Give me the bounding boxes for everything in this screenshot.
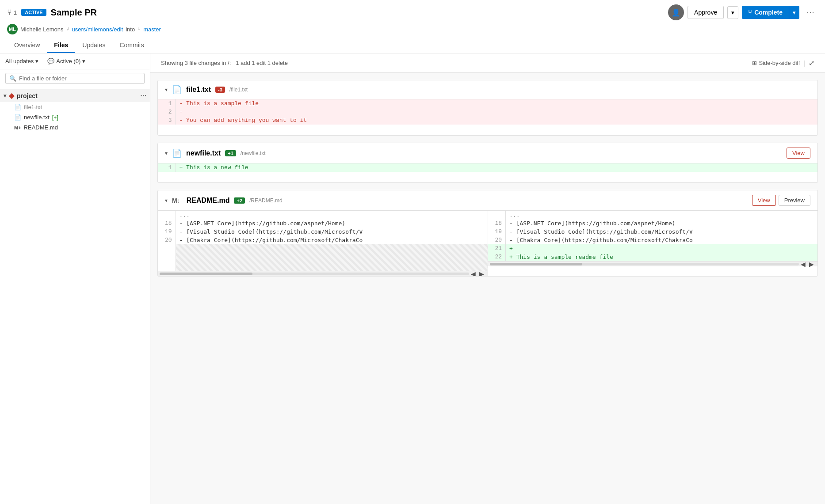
readme-collapse-chevron[interactable]: ▾ — [165, 197, 168, 204]
line-num: 20 — [158, 236, 176, 244]
file-item-newfile[interactable]: 📄 newfile.txt [+] — [0, 112, 150, 122]
complete-fork-icon: ⑂ — [748, 9, 752, 16]
left-scroll-arrow-left[interactable]: ◀ — [469, 270, 477, 277]
tab-commits[interactable]: Commits — [112, 38, 151, 53]
pr-icon-area: ⑂ 1 — [7, 8, 17, 17]
table-row: 22 + This is a sample readme file — [488, 253, 818, 261]
file-item-readme[interactable]: M+ README.md — [0, 122, 150, 133]
line-num — [488, 211, 506, 219]
hatch-cell — [176, 244, 488, 271]
divider: | — [803, 60, 805, 67]
table-row: 1 - This is a sample file — [158, 99, 817, 108]
line-num: 20 — [488, 236, 506, 244]
comments-filter[interactable]: 💬 Active (0) ▾ — [47, 58, 85, 64]
more-options-button[interactable]: ⋯ — [803, 5, 818, 20]
folder-more-icon[interactable]: ⋯ — [140, 92, 146, 99]
all-updates-filter[interactable]: All updates ▾ — [5, 58, 38, 64]
right-scrollbar[interactable]: ◀ ▶ — [488, 261, 818, 266]
line-num — [158, 211, 176, 219]
tab-overview[interactable]: Overview — [7, 38, 47, 53]
diff-cell: + — [506, 244, 818, 253]
readme-path: /README.md — [249, 197, 283, 204]
complete-button[interactable]: ⑂ Complete — [742, 6, 789, 19]
readme-view-button[interactable]: View — [752, 195, 776, 206]
line-num: 1 — [158, 163, 176, 172]
expand-button[interactable]: ⤢ — [809, 59, 814, 67]
left-scrollbar-thumb — [160, 273, 252, 275]
pr-number: 1 — [14, 9, 17, 16]
file1-spacer — [158, 125, 817, 135]
tab-files[interactable]: Files — [47, 38, 75, 53]
table-row: 18 - [ASP.NET Core](https://github.com/a… — [488, 219, 818, 227]
table-row: 3 - You can add anything you want to it — [158, 116, 817, 125]
readme-md-icon: M↓ — [172, 197, 180, 204]
side-by-side-label: Side-by-side diff — [759, 60, 800, 66]
search-input[interactable] — [19, 75, 141, 82]
folder-chevron-icon: ▾ — [4, 93, 6, 99]
view-controls: ⊞ Side-by-side diff | ⤢ — [752, 59, 814, 67]
folder-icon: ◆ — [9, 91, 14, 100]
approve-dropdown-button[interactable]: ▾ — [727, 6, 738, 19]
comments-label: Active (0) — [56, 58, 80, 64]
right-scroll-arrow-right[interactable]: ▶ — [807, 261, 816, 268]
file1-collapse-chevron[interactable]: ▾ — [165, 87, 168, 93]
table-row: 19 - [Visual Studio Code](https://github… — [488, 227, 818, 236]
table-row: 19 - [Visual Studio Code](https://github… — [158, 227, 488, 236]
left-scroll-arrow-right[interactable]: ▶ — [477, 270, 486, 277]
project-folder[interactable]: ▾ ◆ project ⋯ — [0, 89, 150, 102]
nav-tabs: Overview Files Updates Commits — [7, 38, 818, 53]
file1-name: file1.txt — [24, 104, 42, 110]
source-branch-link[interactable]: users/milemons/edit — [72, 26, 123, 33]
search-icon: 🔍 — [9, 75, 16, 82]
pr-title: Sample PR — [51, 8, 97, 18]
diff-cell: ... — [506, 211, 818, 219]
newfile-diff-badge: +1 — [225, 150, 236, 156]
diff-cell: - You can add anything you want to it — [176, 116, 817, 125]
newfile-view-button[interactable]: View — [787, 148, 810, 159]
left-scrollbar[interactable]: ◀ ▶ — [158, 271, 488, 276]
branch-fork-icon: ⑂ — [66, 26, 69, 32]
readme-left-table: ... 18 - [ASP.NET Core](https://github.c… — [158, 211, 488, 271]
approve-label: Approve — [694, 9, 717, 16]
approve-chevron-icon: ▾ — [731, 9, 734, 16]
target-branch-icon: ⑂ — [138, 26, 141, 32]
table-row: 21 + — [488, 244, 818, 253]
readme-diff-badge: +2 — [234, 197, 245, 204]
newfile-actions: View — [787, 148, 810, 159]
into-text: into — [126, 26, 135, 33]
tab-updates[interactable]: Updates — [75, 38, 112, 53]
diff-cell: - [Visual Studio Code](https://github.co… — [506, 227, 818, 236]
comments-chevron-icon: ▾ — [82, 58, 85, 64]
readme-name-header: README.md — [187, 197, 230, 205]
newfile-path: /newfile.txt — [241, 150, 266, 156]
table-row: 2 - — [158, 108, 817, 116]
all-updates-label: All updates — [5, 58, 34, 64]
pr-fork-icon: ⑂ — [7, 8, 12, 17]
changes-summary: Showing 3 file changes in /: 1 add 1 edi… — [161, 60, 288, 66]
file-tree: ▾ ◆ project ⋯ 📄 file1.txt 📄 newfile.txt … — [0, 87, 150, 504]
file-search-box[interactable]: 🔍 — [5, 73, 145, 84]
target-branch-link[interactable]: master — [143, 26, 161, 33]
newfile-name-header: newfile.txt — [186, 149, 221, 157]
readme-preview-button[interactable]: Preview — [779, 195, 810, 206]
approve-button[interactable]: Approve — [688, 6, 724, 19]
readme-right-pane: ... 18 - [ASP.NET Core](https://github.c… — [488, 211, 818, 276]
line-num: 21 — [488, 244, 506, 253]
file-item-file1[interactable]: 📄 file1.txt — [0, 102, 150, 112]
main-layout: All updates ▾ 💬 Active (0) ▾ 🔍 ▾ ◆ proje… — [0, 53, 825, 504]
author-avatar: ML — [7, 24, 18, 34]
complete-dropdown-button[interactable]: ▾ — [789, 6, 799, 19]
file1-diff-wrapper: 1 - This is a sample file 2 - 3 - You ca… — [158, 99, 817, 125]
table-row: 20 - [Chakra Core](https://github.com/Mi… — [488, 236, 818, 244]
line-num: 19 — [158, 227, 176, 236]
complete-label: Complete — [754, 9, 783, 16]
right-scroll-arrow-left[interactable]: ◀ — [799, 261, 807, 268]
file1-diff-badge: -3 — [215, 87, 225, 93]
file1-doc-icon: 📄 — [172, 85, 182, 95]
line-num: 2 — [158, 108, 176, 116]
newfile-spacer — [158, 172, 817, 182]
file-doc-icon-2: 📄 — [14, 114, 21, 121]
side-by-side-button[interactable]: ⊞ Side-by-side diff — [752, 60, 800, 66]
newfile-collapse-chevron[interactable]: ▾ — [165, 150, 168, 156]
line-num: 1 — [158, 99, 176, 108]
